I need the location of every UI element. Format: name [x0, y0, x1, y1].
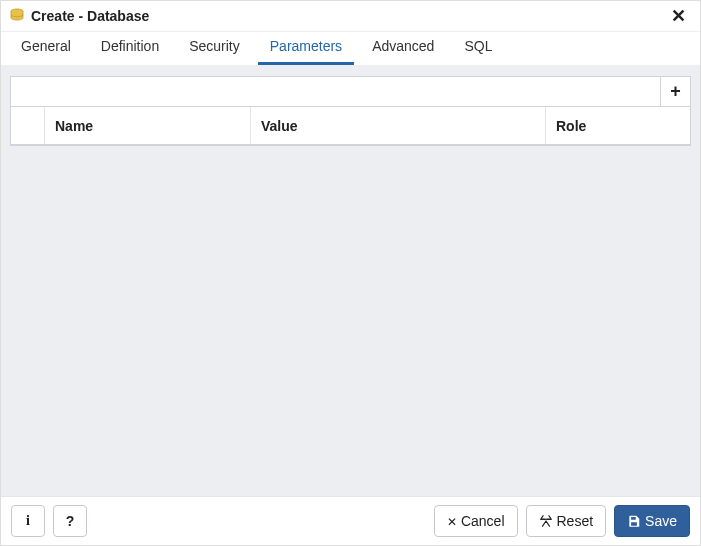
help-button[interactable]: ?: [53, 505, 87, 537]
add-row-button[interactable]: +: [660, 77, 690, 106]
cancel-label: Cancel: [461, 513, 505, 529]
cancel-button[interactable]: Cancel: [434, 505, 518, 537]
parameters-panel: + Name Value Role: [1, 66, 700, 496]
close-icon[interactable]: ✕: [667, 7, 690, 25]
question-icon: ?: [66, 513, 75, 529]
plus-icon: +: [670, 81, 681, 102]
dialog-tabs: General Definition Security Parameters A…: [1, 32, 700, 66]
parameters-grid: + Name Value Role: [10, 76, 691, 146]
save-button[interactable]: Save: [614, 505, 690, 537]
dialog-title: Create - Database: [31, 8, 667, 24]
tab-parameters[interactable]: Parameters: [258, 30, 354, 65]
dialog-titlebar: Create - Database ✕: [1, 1, 700, 32]
info-button[interactable]: i: [11, 505, 45, 537]
column-header-role: Role: [546, 107, 690, 144]
grid-header-row: Name Value Role: [11, 107, 690, 145]
save-label: Save: [645, 513, 677, 529]
save-icon: [627, 514, 641, 528]
reset-button[interactable]: Reset: [526, 505, 607, 537]
tab-advanced[interactable]: Advanced: [360, 30, 446, 65]
create-database-dialog: Create - Database ✕ General Definition S…: [0, 0, 701, 546]
close-icon: [447, 513, 457, 529]
reset-label: Reset: [557, 513, 594, 529]
tab-general[interactable]: General: [9, 30, 83, 65]
tab-sql[interactable]: SQL: [452, 30, 504, 65]
info-icon: i: [26, 513, 30, 529]
database-icon: [9, 8, 25, 24]
tab-security[interactable]: Security: [177, 30, 252, 65]
grid-toolbar: +: [11, 77, 690, 107]
column-header-name: Name: [45, 107, 251, 144]
column-header-value: Value: [251, 107, 546, 144]
tab-definition[interactable]: Definition: [89, 30, 171, 65]
grid-handle-column: [11, 107, 45, 144]
recycle-icon: [539, 514, 553, 528]
dialog-footer: i ? Cancel Reset: [1, 496, 700, 545]
